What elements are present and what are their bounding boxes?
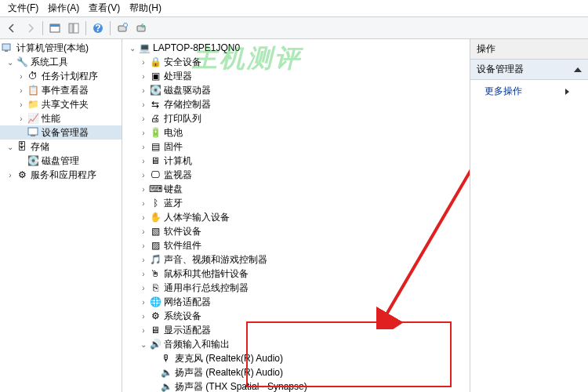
collapse-icon[interactable]: ⌄ xyxy=(5,143,16,151)
collapse-icon[interactable]: ⌄ xyxy=(127,44,138,53)
menu-action[interactable]: 操作(A) xyxy=(43,0,84,16)
actions-panel: 操作 设备管理器 更多操作 xyxy=(470,39,588,392)
menu-help[interactable]: 帮助(H) xyxy=(125,0,166,16)
expand-icon[interactable]: › xyxy=(138,326,149,335)
expand-icon[interactable]: › xyxy=(138,157,149,165)
tree-shared-folders[interactable]: ›📁共享文件夹 xyxy=(0,97,122,111)
sysdev-icon: ⚙ xyxy=(149,310,162,322)
expand-icon[interactable]: › xyxy=(16,72,27,81)
tree-disk-mgmt[interactable]: 💽磁盘管理 xyxy=(0,154,122,168)
tree-event-viewer[interactable]: ›📋事件查看器 xyxy=(0,83,122,97)
tree-system-tools[interactable]: ⌄ 🔧 系统工具 xyxy=(0,55,122,69)
expand-icon[interactable]: › xyxy=(138,72,149,81)
folder-icon: 📁 xyxy=(27,98,39,111)
device-cat-swdev[interactable]: ›▧软件设备 xyxy=(122,224,470,238)
expand-icon[interactable]: › xyxy=(16,114,27,123)
mouse-icon: 🖱 xyxy=(149,267,162,280)
svg-rect-3 xyxy=(74,24,78,33)
actions-section-devmgr[interactable]: 设备管理器 xyxy=(470,60,588,80)
tree-performance[interactable]: ›📈性能 xyxy=(0,111,122,125)
tree-task-scheduler[interactable]: ›⏱任务计划程序 xyxy=(0,69,122,83)
expand-icon[interactable]: › xyxy=(5,171,16,180)
device-cat-diskdrv[interactable]: ›💽磁盘驱动器 xyxy=(122,83,470,97)
device-cat-bt[interactable]: ›ᛒ蓝牙 xyxy=(122,196,470,210)
device-cat-printq[interactable]: ›🖨打印队列 xyxy=(122,111,470,125)
clock-icon: ⏱ xyxy=(27,70,39,82)
svg-rect-12 xyxy=(31,135,35,136)
expand-icon[interactable]: › xyxy=(138,58,149,67)
device-cat-audio-io[interactable]: ⌄ 🔊 音频输入和输出 xyxy=(122,337,470,351)
tree-device-manager[interactable]: 设备管理器 xyxy=(0,125,122,140)
nav-back-button[interactable] xyxy=(3,20,20,37)
nav-fwd-button[interactable] xyxy=(22,20,39,37)
speaker-icon: 🎙 xyxy=(160,352,172,365)
expand-icon[interactable]: › xyxy=(138,256,149,264)
storage-icon: 🗄 xyxy=(16,140,28,153)
properties-button[interactable] xyxy=(46,20,64,37)
expand-icon[interactable]: › xyxy=(16,86,27,95)
refresh-button[interactable] xyxy=(132,20,150,37)
device-cat-net[interactable]: ›🌐网络适配器 xyxy=(122,295,470,309)
device-cat-hid[interactable]: ›✋人体学输入设备 xyxy=(122,210,470,224)
device-cat-kbd[interactable]: ›⌨键盘 xyxy=(122,182,470,196)
collapse-icon[interactable]: ⌄ xyxy=(138,340,149,349)
disk-icon: 💽 xyxy=(27,154,39,167)
audio-device-1[interactable]: 🔈扬声器 (Realtek(R) Audio) xyxy=(122,365,470,379)
swdev-icon: ▧ xyxy=(149,225,162,238)
device-cat-swcomp[interactable]: ›▨软件组件 xyxy=(122,238,470,252)
expand-icon[interactable]: › xyxy=(138,227,149,236)
expand-icon[interactable]: › xyxy=(138,284,149,292)
expand-icon[interactable]: › xyxy=(138,312,149,321)
expand-icon[interactable]: › xyxy=(138,143,149,151)
collapse-icon[interactable]: ⌄ xyxy=(5,58,16,67)
device-cat-sec[interactable]: ›🔒安全设备 xyxy=(122,55,470,69)
device-cat-disp[interactable]: ›🖥显示适配器 xyxy=(122,323,470,337)
device-cat-storctl[interactable]: ›⇆存储控制器 xyxy=(122,97,470,111)
expand-icon[interactable]: › xyxy=(138,129,149,137)
device-cat-mouse[interactable]: ›🖱鼠标和其他指针设备 xyxy=(122,267,470,281)
show-hide-button[interactable] xyxy=(65,20,82,37)
svg-rect-10 xyxy=(5,50,8,52)
expand-icon[interactable]: › xyxy=(138,114,149,123)
menu-file[interactable]: 文件(F) xyxy=(3,0,43,16)
fw-icon: ▤ xyxy=(149,140,162,153)
more-actions-link[interactable]: 更多操作 xyxy=(470,80,588,103)
laptop-icon: 💻 xyxy=(138,42,151,54)
audio-device-2[interactable]: 🔈扬声器 (THX Spatial - Synapse) xyxy=(122,379,470,392)
help-button[interactable]: ? xyxy=(89,20,107,37)
device-cat-sound[interactable]: ›🎵声音、视频和游戏控制器 xyxy=(122,252,470,267)
device-cat-mon[interactable]: ›🖵监视器 xyxy=(122,168,470,182)
menu-view[interactable]: 查看(V) xyxy=(84,0,125,16)
device-cat-usb[interactable]: ›⎘通用串行总线控制器 xyxy=(122,281,470,295)
tree-storage[interactable]: ⌄🗄存储 xyxy=(0,140,122,154)
expand-icon[interactable]: › xyxy=(138,171,149,180)
expand-icon[interactable]: › xyxy=(138,241,149,250)
actions-header: 操作 xyxy=(470,39,588,60)
scan-hw-button[interactable] xyxy=(114,20,131,37)
menubar: 文件(F) 操作(A) 查看(V) 帮助(H) xyxy=(0,0,588,17)
device-cat-comp[interactable]: ›🖥计算机 xyxy=(122,154,470,168)
expand-icon[interactable]: › xyxy=(138,298,149,307)
expand-icon[interactable]: › xyxy=(138,86,149,95)
bt-icon: ᛒ xyxy=(149,197,162,209)
speaker-icon: 🔈 xyxy=(160,366,172,379)
audio-device-0[interactable]: 🎙麦克风 (Realtek(R) Audio) xyxy=(122,351,470,365)
expand-icon[interactable]: › xyxy=(138,270,149,278)
device-cat-fw[interactable]: ›▤固件 xyxy=(122,140,470,154)
device-cat-cpu[interactable]: ›▣处理器 xyxy=(122,69,470,83)
svg-point-7 xyxy=(124,23,128,27)
expand-icon[interactable]: › xyxy=(138,199,149,208)
tree-services-apps[interactable]: ›⚙服务和应用程序 xyxy=(0,168,122,182)
expand-icon[interactable]: › xyxy=(138,100,149,109)
device-root[interactable]: ⌄ 💻 LAPTOP-8PE1JQN0 xyxy=(122,41,470,55)
expand-icon[interactable]: › xyxy=(16,100,27,109)
expand-icon[interactable]: › xyxy=(138,213,149,222)
expand-icon[interactable]: › xyxy=(138,185,149,194)
device-cat-bat[interactable]: ›🔋电池 xyxy=(122,125,470,140)
svg-text:?: ? xyxy=(95,23,100,34)
svg-rect-2 xyxy=(69,24,73,33)
computer-mgmt-icon xyxy=(2,42,14,54)
sound-icon: 🎵 xyxy=(149,253,162,266)
device-cat-sysdev[interactable]: ›⚙系统设备 xyxy=(122,309,470,323)
tree-root-computer-mgmt[interactable]: 计算机管理(本地) xyxy=(0,41,122,55)
